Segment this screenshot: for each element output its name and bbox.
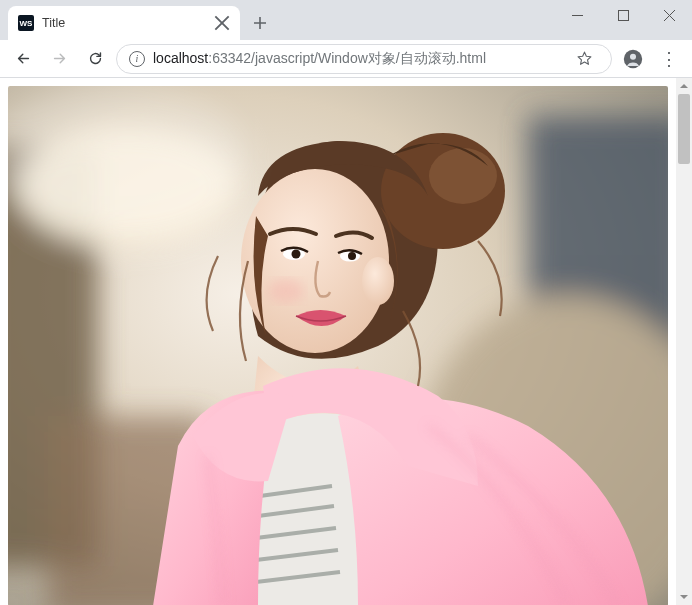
minimize-button[interactable] — [554, 0, 600, 30]
url-text: localhost:63342/javascript/Window对象/自动滚动… — [153, 50, 561, 68]
scroll-down-arrow-icon[interactable] — [676, 589, 692, 605]
reload-button[interactable] — [80, 44, 110, 74]
title-bar: WS Title — [0, 0, 692, 40]
url-host: localhost — [153, 50, 208, 66]
bookmark-star-icon[interactable] — [569, 44, 599, 74]
svg-point-21 — [348, 252, 356, 260]
favicon: WS — [18, 15, 34, 31]
address-bar[interactable]: i localhost:63342/javascript/Window对象/自动… — [116, 44, 612, 74]
close-tab-icon[interactable] — [214, 15, 230, 31]
close-window-button[interactable] — [646, 0, 692, 30]
site-info-icon[interactable]: i — [129, 51, 145, 67]
svg-point-17 — [429, 148, 497, 204]
user-avatar-icon[interactable] — [618, 44, 648, 74]
svg-point-22 — [268, 279, 304, 303]
maximize-button[interactable] — [600, 0, 646, 30]
back-button[interactable] — [8, 44, 38, 74]
page-image — [8, 86, 668, 605]
vertical-scrollbar[interactable] — [676, 78, 692, 605]
kebab-menu-icon[interactable]: ⋮ — [654, 44, 684, 74]
scrollbar-track[interactable] — [676, 94, 692, 589]
svg-point-2 — [630, 53, 636, 59]
page-viewport — [0, 78, 676, 605]
browser-tab[interactable]: WS Title — [8, 6, 240, 40]
url-path: /javascript/Window对象/自动滚动.html — [251, 50, 486, 68]
scroll-up-arrow-icon[interactable] — [676, 78, 692, 94]
forward-button[interactable] — [44, 44, 74, 74]
window-controls — [554, 0, 692, 30]
svg-rect-0 — [618, 10, 628, 20]
new-tab-button[interactable] — [246, 9, 274, 37]
svg-point-15 — [362, 257, 394, 305]
scrollbar-thumb[interactable] — [678, 94, 690, 164]
toolbar: i localhost:63342/javascript/Window对象/自动… — [0, 40, 692, 78]
url-port: :63342 — [208, 50, 251, 66]
tab-title: Title — [42, 16, 206, 30]
svg-point-19 — [292, 250, 301, 259]
